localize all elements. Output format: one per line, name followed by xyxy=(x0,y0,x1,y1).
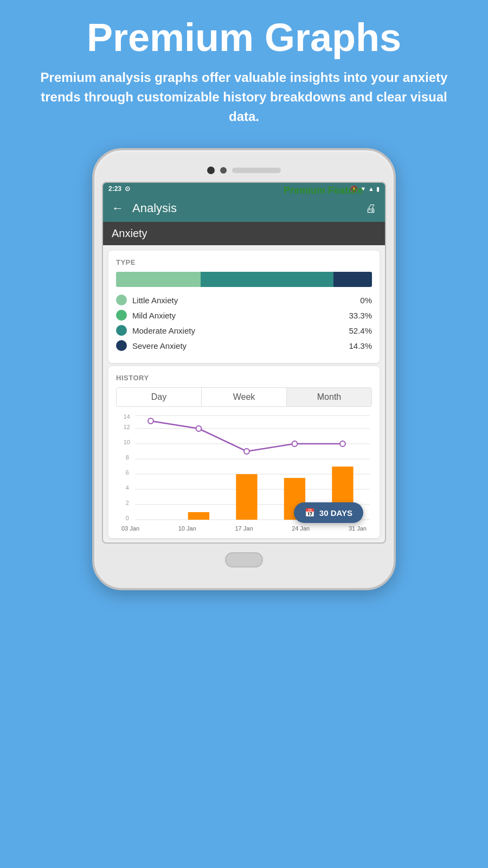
dot-3 xyxy=(244,449,249,454)
dot-1 xyxy=(148,418,153,424)
chart-area: 0 2 4 6 8 10 12 14 xyxy=(116,413,372,538)
x-label-4: 24 Jan xyxy=(292,525,310,532)
legend-left: Severe Anxiety xyxy=(116,340,187,351)
legend-dot xyxy=(116,295,127,305)
legend-value: 0% xyxy=(360,296,372,305)
legend-container: Little Anxiety 0% Mild Anxiety 33.3% Mod… xyxy=(116,295,372,351)
camera-dot2 xyxy=(220,167,227,174)
x-label-3: 17 Jan xyxy=(235,525,253,532)
days-label: 30 DAYS xyxy=(319,508,352,518)
svg-text:8: 8 xyxy=(126,454,129,461)
legend-label: Moderate Anxiety xyxy=(132,326,195,335)
legend-left: Little Anxiety xyxy=(116,295,178,305)
svg-text:2: 2 xyxy=(126,500,129,506)
trend-line xyxy=(151,421,343,451)
history-card: HISTORY Day Week Month 0 2 4 6 8 xyxy=(108,366,380,538)
legend-item: Mild Anxiety 33.3% xyxy=(116,310,372,321)
dot-2 xyxy=(196,426,202,431)
app-bar-title: Analysis xyxy=(132,201,365,215)
svg-text:12: 12 xyxy=(124,424,130,430)
bar-10jan xyxy=(188,512,209,520)
legend-dot xyxy=(116,325,127,336)
svg-text:0: 0 xyxy=(126,515,129,521)
status-time: 2:23 xyxy=(108,185,121,193)
type-label: TYPE xyxy=(116,258,372,266)
subtitle: Premium analysis graphs offer valuable i… xyxy=(33,68,455,126)
print-button[interactable]: 🖨 xyxy=(365,202,376,215)
wifi-icon: ▲ xyxy=(368,186,374,192)
status-left: 2:23 ⊙ xyxy=(108,185,130,193)
x-axis-labels: 03 Jan 10 Jan 17 Jan 24 Jan 31 Jan xyxy=(116,525,372,532)
type-card: TYPE Little Anxiety 0% Mild Anxiety 33.3… xyxy=(108,251,380,363)
legend-left: Mild Anxiety xyxy=(116,310,176,321)
svg-text:14: 14 xyxy=(124,413,130,420)
anxiety-section-header: Anxiety xyxy=(103,222,385,245)
legend-label: Severe Anxiety xyxy=(132,341,187,350)
legend-dot xyxy=(116,310,127,321)
svg-text:10: 10 xyxy=(124,439,130,445)
legend-item: Severe Anxiety 14.3% xyxy=(116,340,372,351)
battery-icon: ▮ xyxy=(376,186,380,193)
bar-17jan xyxy=(236,474,257,520)
days-filter-button[interactable]: 📅 30 DAYS xyxy=(294,502,363,523)
dot-4 xyxy=(292,441,298,446)
calendar-icon: 📅 xyxy=(305,508,315,518)
main-title: Premium Graphs xyxy=(33,16,455,59)
type-bar-chart xyxy=(116,272,372,287)
tab-day[interactable]: Day xyxy=(117,388,202,406)
bar-little xyxy=(116,272,201,287)
status-icon: ⊙ xyxy=(125,185,130,193)
legend-left: Moderate Anxiety xyxy=(116,325,195,336)
phone-wrapper: Premium Feature 2:23 ⊙ 🔕 ▼ ▲ ▮ xyxy=(92,148,396,590)
bar-moderate xyxy=(201,272,333,287)
premium-label: Premium Feature xyxy=(284,185,363,196)
header-section: Premium Graphs Premium analysis graphs o… xyxy=(0,0,488,137)
history-tabs: Day Week Month xyxy=(116,387,372,407)
phone-device: 2:23 ⊙ 🔕 ▼ ▲ ▮ ← Analysis 🖨 Anxiety xyxy=(92,148,396,590)
legend-value: 33.3% xyxy=(349,311,372,320)
phone-top-bar xyxy=(102,161,386,182)
speaker xyxy=(232,168,281,173)
tab-month[interactable]: Month xyxy=(287,388,371,406)
legend-item: Moderate Anxiety 52.4% xyxy=(116,325,372,336)
bar-severe xyxy=(333,272,372,287)
legend-value: 14.3% xyxy=(349,341,372,350)
x-label-5: 31 Jan xyxy=(349,525,367,532)
legend-item: Little Anxiety 0% xyxy=(116,295,372,305)
dot-5 xyxy=(340,441,345,446)
legend-label: Little Anxiety xyxy=(132,296,178,305)
phone-screen: 2:23 ⊙ 🔕 ▼ ▲ ▮ ← Analysis 🖨 Anxiety xyxy=(102,182,386,544)
legend-dot xyxy=(116,340,127,351)
svg-text:4: 4 xyxy=(126,484,129,491)
history-label: HISTORY xyxy=(116,374,372,382)
legend-label: Mild Anxiety xyxy=(132,311,176,320)
tab-week[interactable]: Week xyxy=(202,388,287,406)
app-bar: ← Analysis 🖨 xyxy=(103,195,385,222)
x-label-2: 10 Jan xyxy=(178,525,196,532)
svg-text:6: 6 xyxy=(126,469,129,476)
phone-bottom xyxy=(102,544,386,572)
back-button[interactable]: ← xyxy=(112,201,124,215)
camera-dot xyxy=(207,167,215,174)
legend-value: 52.4% xyxy=(349,326,372,335)
home-button[interactable] xyxy=(225,552,263,567)
x-label-1: 03 Jan xyxy=(121,525,139,532)
